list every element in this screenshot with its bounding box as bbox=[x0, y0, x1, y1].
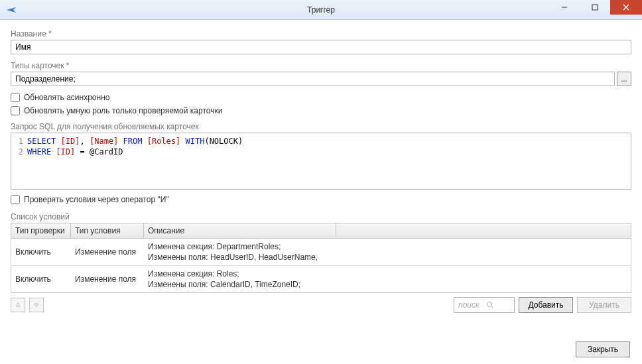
cell-condition-type: Изменение поля bbox=[71, 272, 144, 286]
sql-line-number: 1 bbox=[11, 136, 27, 147]
smartrole-checkbox-label: Обновлять умную роль только проверяемой … bbox=[24, 106, 222, 115]
conditions-table: Тип проверки Тип условия Описание Включи… bbox=[11, 223, 631, 293]
cell-description: Изменена секция: DepartmentRoles;Изменен… bbox=[144, 239, 631, 265]
sql-label: Запрос SQL для получения обновляемых кар… bbox=[11, 122, 631, 131]
header-condition-type[interactable]: Тип условия bbox=[71, 223, 144, 238]
app-icon bbox=[5, 4, 17, 16]
add-button[interactable]: Добавить bbox=[519, 297, 573, 313]
search-placeholder: поиск bbox=[458, 300, 483, 310]
header-spacer bbox=[336, 223, 621, 238]
sql-code: WHERE [ID] = @CardID bbox=[27, 147, 631, 157]
titlebar: Триггер bbox=[0, 0, 642, 20]
conditions-header: Тип проверки Тип условия Описание bbox=[11, 223, 631, 239]
name-input[interactable] bbox=[11, 40, 631, 54]
header-check-type[interactable]: Тип проверки bbox=[11, 223, 71, 238]
move-down-button[interactable] bbox=[29, 298, 44, 312]
cell-description: Изменена секция: Roles;Изменены поля: Ca… bbox=[144, 266, 631, 292]
dialog-footer: Закрыть bbox=[0, 337, 642, 364]
cardtypes-browse-button[interactable]: ... bbox=[617, 72, 631, 86]
and-operator-checkbox[interactable] bbox=[11, 195, 20, 204]
close-button[interactable] bbox=[610, 0, 642, 15]
name-label: Название * bbox=[11, 29, 631, 38]
svg-point-4 bbox=[487, 302, 492, 307]
smartrole-checkbox[interactable] bbox=[11, 106, 20, 115]
sql-line: 1SELECT [ID], [Name] FROM [Roles] WITH(N… bbox=[11, 136, 631, 147]
window-title: Триггер bbox=[0, 5, 642, 15]
cell-condition-type: Изменение поля bbox=[71, 245, 144, 259]
maximize-button[interactable] bbox=[580, 0, 610, 15]
minimize-button[interactable] bbox=[549, 0, 580, 15]
async-checkbox-row[interactable]: Обновлять асинхронно bbox=[11, 93, 631, 102]
smartrole-checkbox-row[interactable]: Обновлять умную роль только проверяемой … bbox=[11, 106, 631, 115]
cardtypes-field-row: Типы карточек * ... bbox=[11, 61, 631, 86]
svg-rect-1 bbox=[592, 5, 598, 10]
sql-line: 2WHERE [ID] = @CardID bbox=[11, 147, 631, 157]
table-row[interactable]: ВключитьИзменение поляИзменена секция: R… bbox=[11, 266, 631, 292]
cardtypes-input[interactable] bbox=[11, 72, 615, 86]
svg-line-5 bbox=[491, 306, 493, 308]
sql-line-number: 2 bbox=[11, 147, 27, 157]
name-field-row: Название * bbox=[11, 29, 631, 54]
header-description[interactable]: Описание bbox=[144, 223, 336, 238]
async-checkbox-label: Обновлять асинхронно bbox=[24, 93, 109, 102]
async-checkbox[interactable] bbox=[11, 93, 20, 102]
cardtypes-label: Типы карточек * bbox=[11, 61, 631, 70]
search-icon bbox=[486, 301, 511, 309]
search-input[interactable]: поиск bbox=[454, 297, 515, 313]
sql-editor[interactable]: 1SELECT [ID], [Name] FROM [Roles] WITH(N… bbox=[11, 133, 631, 190]
window-buttons bbox=[549, 0, 642, 15]
and-operator-checkbox-row[interactable]: Проверять условия через оператор "И" bbox=[11, 195, 631, 204]
content-area: Название * Типы карточек * ... Обновлять… bbox=[0, 20, 642, 337]
cell-check-type: Включить bbox=[11, 245, 71, 259]
close-dialog-button[interactable]: Закрыть bbox=[576, 341, 630, 357]
conditions-label: Список условий bbox=[11, 212, 631, 221]
conditions-toolbar: поиск Добавить Удалить bbox=[11, 297, 631, 313]
sql-code: SELECT [ID], [Name] FROM [Roles] WITH(NO… bbox=[27, 136, 631, 147]
and-operator-checkbox-label: Проверять условия через оператор "И" bbox=[24, 195, 169, 204]
move-up-button[interactable] bbox=[11, 298, 25, 312]
table-row[interactable]: ВключитьИзменение поляИзменена секция: D… bbox=[11, 239, 631, 266]
cell-check-type: Включить bbox=[11, 272, 71, 286]
delete-button: Удалить bbox=[577, 297, 631, 313]
